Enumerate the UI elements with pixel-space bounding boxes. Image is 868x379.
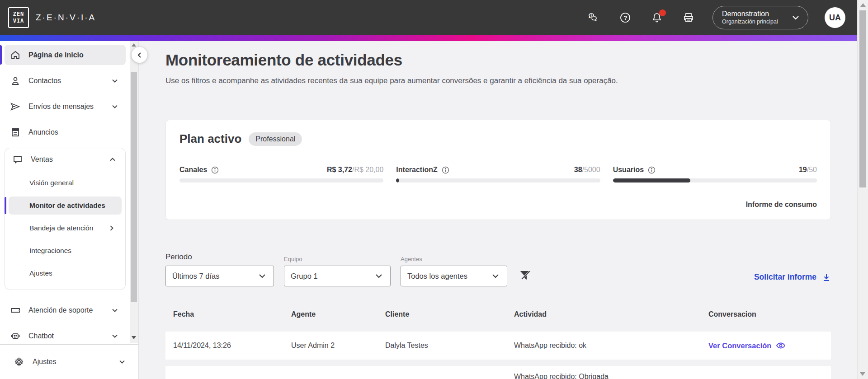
scroll-down-arrow-icon[interactable] [132, 336, 136, 339]
sidebar-collapse-button[interactable] [132, 47, 147, 63]
cell-actividad: WhatsApp recibido: Obrigada [514, 373, 708, 379]
chevron-down-icon [110, 332, 119, 341]
organization-name: Demonstration [722, 9, 778, 19]
column-header-fecha: Fecha [173, 310, 291, 318]
app-window: ZEN VIA Z·E·N·V·I·A ? ? [0, 0, 868, 379]
agentes-select[interactable]: Todos los agentes [401, 266, 507, 286]
meter-label: InteractionZ [396, 166, 438, 174]
notification-badge [659, 9, 666, 16]
cell-fecha: 14/11/2024, 13:26 [173, 342, 291, 350]
ticket-icon [10, 305, 21, 316]
chat-bubble-icon [12, 154, 23, 165]
sidebar-item-label: Contactos [28, 77, 61, 85]
meter-used: 38 [574, 166, 582, 173]
meter-interactionz: InteractionZ 38/5000 [396, 166, 600, 182]
sidebar-item-label: Bandeja de atención [29, 224, 93, 232]
filter-label: Agentes [401, 256, 507, 262]
sidebar-item-ajustes[interactable]: Ajustes [0, 344, 138, 379]
eye-icon [776, 341, 786, 351]
sidebar-item-integraciones[interactable]: Integraciones [9, 242, 122, 260]
scroll-up-arrow-icon[interactable] [860, 3, 866, 7]
chevron-down-icon [110, 102, 119, 111]
progress-bar [179, 178, 383, 182]
filter-label: Periodo [165, 253, 274, 262]
meter-total: /5000 [582, 166, 600, 173]
sidebar-nav: Página de inicio Contactos [0, 41, 130, 351]
sidebar-scrollbar[interactable] [130, 41, 138, 343]
page-scrollbar[interactable] [857, 0, 868, 379]
notifications-icon[interactable] [651, 12, 663, 23]
table-header-row: Fecha Agente Cliente Actividad Conversac… [165, 304, 831, 324]
sidebar-item-label: Envíos de mensajes [28, 103, 94, 111]
zenvia-logo-icon[interactable]: ZEN VIA [8, 7, 29, 28]
info-icon[interactable] [211, 166, 219, 174]
column-header-conversacion: Conversacion [708, 310, 831, 318]
selected-value: Grupo 1 [291, 272, 318, 281]
progress-bar [613, 178, 817, 182]
sidebar: Página de inicio Contactos [0, 41, 139, 379]
sidebar-item-atencion-de-soporte[interactable]: Atención de soporte [5, 300, 126, 320]
home-icon [10, 50, 21, 61]
info-icon[interactable] [442, 166, 449, 174]
request-report-label: Solicitar informe [754, 272, 816, 282]
filters-bar: Periodo Últimos 7 días Equipo Grupo 1 [165, 253, 831, 286]
sidebar-item-contactos[interactable]: Contactos [5, 70, 126, 91]
plan-title: Plan activo [179, 132, 241, 146]
sidebar-scrollbar-thumb[interactable] [131, 72, 137, 302]
sidebar-item-label: Ventas [31, 155, 53, 164]
meter-label: Canales [179, 166, 207, 174]
organization-selector[interactable]: Demonstration Organización principal [712, 6, 808, 29]
chevron-down-icon [491, 271, 500, 281]
page-scrollbar-thumb[interactable] [859, 10, 866, 187]
sidebar-item-ajustes-ventas[interactable]: Ajustes [9, 264, 122, 282]
plan-badge: Professional [249, 132, 302, 146]
main-content: Monitoreamiento de actividades Use os fi… [139, 41, 857, 379]
request-report-link[interactable]: Solicitar informe [754, 272, 831, 282]
sidebar-item-envios-de-mensajes[interactable]: Envíos de mensajes [5, 96, 126, 117]
sidebar-item-ventas[interactable]: Ventas [7, 149, 123, 169]
sidebar-item-label: Monitor de actividades [29, 201, 105, 210]
sidebar-item-pagina-de-inicio[interactable]: Página de inicio [5, 45, 126, 65]
filter-clear-icon[interactable] [519, 269, 532, 281]
news-icon [10, 127, 21, 138]
sidebar-item-vision-general[interactable]: Visión general [9, 174, 122, 192]
periodo-select[interactable]: Últimos 7 días [165, 266, 274, 286]
page-title: Monitoreamiento de actividades [165, 51, 831, 69]
plan-card: Plan activo Professional Canales R$ 3,72… [165, 120, 831, 220]
meter-canales: Canales R$ 3,72/R$ 20,00 [179, 166, 383, 182]
user-avatar[interactable]: UA [825, 7, 845, 28]
progress-fill [396, 178, 398, 182]
progress-bar [396, 178, 600, 182]
meter-used: R$ 3,72 [327, 166, 352, 173]
filter-periodo: Periodo Últimos 7 días [165, 253, 274, 286]
view-conversation-link[interactable]: Ver Conversación [708, 341, 831, 351]
sidebar-item-label: Chatbot [28, 332, 54, 340]
equipo-select[interactable]: Grupo 1 [284, 266, 391, 286]
chevron-down-icon [791, 13, 801, 23]
table-row: WhatsApp recibido: Obrigada [165, 366, 831, 379]
sidebar-item-label: Integraciones [29, 247, 71, 255]
sidebar-item-label: Atención de soporte [28, 306, 93, 314]
meter-label: Usuarios [613, 166, 644, 174]
info-icon[interactable] [648, 166, 656, 174]
svg-text:?: ? [590, 14, 592, 17]
sidebar-item-anuncios[interactable]: Anuncios [5, 122, 126, 142]
column-header-agente: Agente [291, 310, 385, 318]
table-row: 14/11/2024, 13:26 User Admin 2 Dalyla Te… [165, 332, 831, 360]
print-icon[interactable] [683, 12, 694, 23]
scroll-up-arrow-icon[interactable] [132, 43, 136, 47]
chevron-right-icon [107, 224, 116, 233]
consumption-report-link[interactable]: Informe de consumo [746, 201, 817, 209]
help-icon[interactable]: ? [619, 12, 631, 23]
sidebar-item-label: Ajustes [33, 358, 56, 366]
topbar-icons: ? ? [588, 12, 694, 23]
sidebar-item-chatbot[interactable]: Chatbot [5, 326, 126, 346]
filter-agentes: Agentes Todos los agentes [401, 256, 507, 286]
sidebar-item-bandeja-de-atencion[interactable]: Bandeja de atención [9, 219, 122, 237]
selected-value: Todos los agentes [407, 272, 467, 281]
brand-gradient-bar [0, 35, 857, 41]
chat-question-icon[interactable]: ? [588, 12, 599, 23]
sidebar-item-monitor-de-actividades[interactable]: Monitor de actividades [9, 197, 122, 215]
sidebar-item-label: Visión general [29, 179, 74, 187]
scroll-down-arrow-icon[interactable] [860, 372, 865, 376]
